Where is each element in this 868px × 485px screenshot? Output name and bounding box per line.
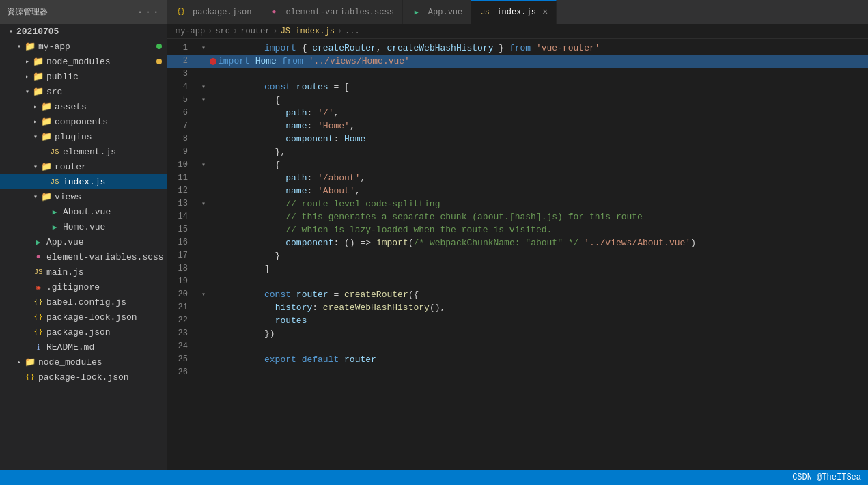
sidebar-label: index.js bbox=[63, 177, 105, 187]
sidebar-item-index-js[interactable]: JS index.js bbox=[0, 174, 167, 189]
tab-element-variables[interactable]: ● element-variables.scss bbox=[260, 0, 402, 24]
sidebar-item-babel-config[interactable]: {} babel.config.js bbox=[0, 294, 167, 309]
folder-icon: 📁 bbox=[41, 101, 52, 112]
arrow-down-icon bbox=[30, 191, 41, 202]
sidebar-item-assets[interactable]: 📁 assets bbox=[0, 99, 167, 114]
folder-icon: 📁 bbox=[33, 71, 44, 82]
main-area: 20210705 📁 my-app 📁 node_modules 📁 publi… bbox=[0, 24, 868, 470]
sidebar-label: package-lock.json bbox=[46, 312, 137, 322]
sidebar-item-components[interactable]: 📁 components bbox=[0, 114, 167, 129]
code-line: 23 }) bbox=[167, 327, 868, 340]
sidebar-label: Home.vue bbox=[63, 222, 105, 232]
sidebar-label: package.json bbox=[46, 327, 111, 337]
arrow-down-icon bbox=[22, 86, 33, 97]
sidebar-label: .gitignore bbox=[46, 282, 100, 292]
code-editor[interactable]: 1 ▾ import { createRouter, createWebHash… bbox=[167, 39, 868, 470]
tab-label: App.vue bbox=[428, 8, 462, 17]
js-file-icon: JS bbox=[49, 176, 60, 187]
folder-icon: 📁 bbox=[41, 161, 52, 172]
folder-icon: 📁 bbox=[33, 86, 44, 97]
title-bar: 资源管理器 ··· {} package.json ● element-vari… bbox=[0, 0, 868, 24]
md-file-icon: ℹ bbox=[33, 342, 44, 352]
sidebar-label: views bbox=[55, 192, 81, 202]
fold-icon[interactable]: ▾ bbox=[199, 42, 208, 55]
sidebar-item-element-js[interactable]: JS element.js bbox=[0, 144, 167, 159]
sidebar-label: router bbox=[55, 162, 87, 172]
breadcrumb-part: src bbox=[215, 27, 230, 36]
sidebar-label: About.vue bbox=[63, 207, 111, 217]
json-icon: {} bbox=[176, 7, 186, 18]
scss-file-icon: ● bbox=[33, 251, 44, 262]
sidebar-label: App.vue bbox=[46, 237, 84, 247]
sidebar-item-gitignore[interactable]: ◉ .gitignore bbox=[0, 279, 167, 294]
sidebar-label: package-lock.json bbox=[38, 372, 129, 383]
editor-container: my-app › src › router › JS index.js › ..… bbox=[167, 24, 868, 470]
sidebar-label: babel.config.js bbox=[46, 297, 126, 307]
sidebar-label: element-variables.scss bbox=[46, 252, 164, 262]
sidebar-item-about-vue[interactable]: ▶ About.vue bbox=[0, 204, 167, 219]
tab-package-json[interactable]: {} package.json bbox=[167, 0, 260, 24]
sidebar-item-home-vue[interactable]: ▶ Home.vue bbox=[0, 219, 167, 234]
modified-indicator bbox=[156, 59, 162, 64]
sidebar-item-package-json[interactable]: {} package.json bbox=[0, 324, 167, 340]
sidebar-label: node_modules bbox=[38, 357, 102, 368]
sidebar-label: node_modules bbox=[46, 57, 111, 67]
sidebar-item-plugins[interactable]: 📁 plugins bbox=[0, 129, 167, 144]
arrow-down-icon bbox=[14, 41, 25, 52]
breadcrumb: my-app › src › router › JS index.js › ..… bbox=[167, 24, 868, 39]
json-file-icon: {} bbox=[33, 327, 44, 337]
error-indicator bbox=[210, 58, 216, 65]
fold-icon[interactable]: ▾ bbox=[199, 158, 208, 171]
sidebar-item-node-modules-root[interactable]: 📁 node_modules bbox=[0, 355, 167, 370]
fold-icon[interactable]: ▾ bbox=[199, 81, 208, 94]
sidebar-label: element.js bbox=[63, 147, 116, 157]
sidebar-item-main-js[interactable]: JS main.js bbox=[0, 264, 167, 279]
sidebar-label: components bbox=[55, 117, 108, 127]
tab-index-js[interactable]: JS index.js × bbox=[471, 0, 557, 24]
sidebar-label: assets bbox=[55, 102, 87, 112]
folder-icon: 📁 bbox=[41, 131, 52, 142]
close-tab-icon[interactable]: × bbox=[542, 7, 548, 18]
sidebar-label: main.js bbox=[46, 267, 84, 277]
babel-file-icon: {} bbox=[33, 296, 44, 307]
sidebar-item-package-lock[interactable]: {} package-lock.json bbox=[0, 309, 167, 324]
arrow-down-icon bbox=[30, 131, 41, 142]
sidebar-item-node-modules[interactable]: 📁 node_modules bbox=[0, 54, 167, 69]
sidebar-label: plugins bbox=[55, 132, 92, 142]
sidebar-item-package-lock-root[interactable]: {} package-lock.json bbox=[0, 370, 167, 385]
watermark-text: CSDN @TheITSea bbox=[792, 473, 861, 482]
code-line: 18 ] bbox=[167, 262, 868, 275]
sidebar-item-element-variables[interactable]: ● element-variables.scss bbox=[0, 249, 167, 264]
modified-indicator bbox=[156, 44, 162, 49]
arrow-down-icon bbox=[5, 26, 16, 37]
fold-icon[interactable]: ▾ bbox=[199, 94, 208, 107]
sidebar-item-public[interactable]: 📁 public bbox=[0, 69, 167, 84]
more-options-icon[interactable]: ··· bbox=[137, 6, 160, 18]
sidebar-label: my-app bbox=[38, 42, 70, 52]
fold-icon[interactable]: ▾ bbox=[199, 197, 208, 210]
sidebar-label: src bbox=[46, 87, 62, 97]
fold-icon[interactable]: ▾ bbox=[199, 288, 208, 301]
folder-icon: 📁 bbox=[41, 191, 52, 202]
breadcrumb-part: my-app bbox=[176, 27, 205, 36]
tab-label: package.json bbox=[193, 8, 251, 17]
arrow-right-icon bbox=[30, 116, 41, 127]
sidebar-item-readme[interactable]: ℹ README.md bbox=[0, 340, 167, 355]
tabs-bar: {} package.json ● element-variables.scss… bbox=[167, 0, 868, 24]
sidebar-item-app-vue[interactable]: ▶ App.vue bbox=[0, 234, 167, 249]
sidebar-root[interactable]: 20210705 bbox=[0, 24, 167, 39]
sidebar-item-src[interactable]: 📁 src bbox=[0, 84, 167, 99]
arrow-right-icon bbox=[22, 71, 33, 82]
json-file-icon: {} bbox=[25, 372, 36, 383]
status-bar: CSDN @TheITSea bbox=[0, 470, 868, 485]
tab-app-vue[interactable]: ▶ App.vue bbox=[403, 0, 471, 24]
sidebar-item-router[interactable]: 📁 router bbox=[0, 159, 167, 174]
folder-icon: 📁 bbox=[25, 41, 36, 52]
git-file-icon: ◉ bbox=[33, 281, 44, 292]
tab-label: index.js bbox=[496, 8, 536, 17]
js-file-icon: JS bbox=[49, 146, 60, 157]
sidebar-item-views[interactable]: 📁 views bbox=[0, 189, 167, 204]
sidebar-item-my-app[interactable]: 📁 my-app bbox=[0, 39, 167, 54]
folder-icon: 📁 bbox=[33, 56, 44, 67]
scss-icon: ● bbox=[268, 7, 279, 18]
